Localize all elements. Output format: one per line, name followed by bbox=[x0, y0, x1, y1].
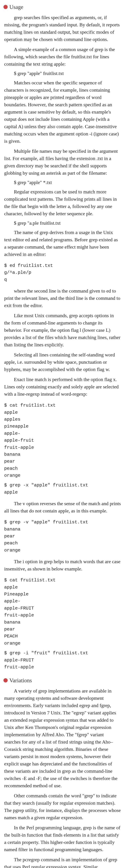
variations-section-header: Variations bbox=[0, 673, 125, 686]
ed-block-l2: g/^a.ple/p bbox=[0, 269, 125, 276]
grep-v-l2: banana bbox=[0, 526, 125, 533]
usage-p6: The name of grep derives from a usage in… bbox=[0, 227, 125, 259]
variations-p1: A variety of grep implementations are av… bbox=[0, 686, 125, 791]
usage-p4: Multiple file names may be specified in … bbox=[0, 146, 125, 178]
cat-block-l11: orange bbox=[0, 472, 125, 479]
cat2-l6: fruit-apple bbox=[0, 612, 125, 619]
usage-p1: grep searches files specified as argumen… bbox=[0, 12, 125, 44]
grep-x-l1: $ grep -x "apple" fruitlist.txt bbox=[0, 482, 125, 489]
cmd-grep-regex: $ grep "a.ple fruitlist.txt bbox=[0, 219, 125, 227]
cat2-l2: apple bbox=[0, 584, 125, 591]
cat-block-l8: banana bbox=[0, 451, 125, 458]
usage-p5: Regular expressions can be used to match… bbox=[0, 187, 125, 219]
cat2-l7: banana bbox=[0, 619, 125, 626]
usage-p11: The v option reverses the sense of the m… bbox=[0, 499, 125, 516]
bullet-icon bbox=[3, 678, 8, 682]
grep-i-l3: fruit-apple bbox=[0, 664, 125, 671]
cat-block-l2: apple bbox=[0, 409, 125, 416]
cmd-grep-apple-glob: $ grep "apple" *.txt bbox=[0, 178, 125, 187]
ed-block-l3: q bbox=[0, 276, 125, 283]
cmd-grep-apple: $ grep "apple" fruitlist.txt bbox=[0, 69, 125, 78]
cat-block-l10: peach bbox=[0, 465, 125, 472]
variations-p2: Other commands contain the word "grep" t… bbox=[0, 791, 125, 823]
usage-p2: A simple example of a common usage of gr… bbox=[0, 44, 125, 69]
variations-title: Variations bbox=[9, 676, 32, 684]
cat-block-l3: apples bbox=[0, 416, 125, 423]
usage-section-header: Usage bbox=[0, 0, 125, 12]
cat2-l4: apple- bbox=[0, 598, 125, 604]
usage-p12: The i option in grep helps to match word… bbox=[0, 557, 125, 574]
cat2-l10: orange bbox=[0, 640, 125, 647]
usage-p3: Matches occur when the specific sequence… bbox=[0, 78, 125, 146]
variations-p3: In the Perl programming language, grep i… bbox=[0, 823, 125, 855]
usage-p9: Selecting all lines containing the self-… bbox=[0, 350, 125, 374]
cat-block-l9: pear bbox=[0, 458, 125, 465]
usage-p8: Like most Unix commands, grep accepts op… bbox=[0, 311, 125, 350]
grep-i-l1: $ grep -i "fruit" fruitlist.txt bbox=[0, 650, 125, 656]
grep-v-l1: $ grep -v "apple" fruitlist.txt bbox=[0, 519, 125, 526]
grep-x-l2: apple bbox=[0, 489, 125, 496]
cat2-l3: Pineapple bbox=[0, 591, 125, 598]
bullet-icon bbox=[3, 5, 8, 9]
usage-title: Usage bbox=[9, 3, 23, 11]
grep-v-l5: orange bbox=[0, 547, 125, 554]
ed-block-l1: $ ed fruitlist.txt bbox=[0, 262, 125, 269]
cat-block-l5: apple- bbox=[0, 430, 125, 437]
usage-p7: where the second line is the command giv… bbox=[0, 286, 125, 311]
cat2-l5: apple-FRUIT bbox=[0, 605, 125, 612]
grep-v-l4: peach bbox=[0, 540, 125, 547]
usage-p10: Exact line match is performed with the o… bbox=[0, 374, 125, 399]
grep-i-l2: apple-FRUIT bbox=[0, 657, 125, 664]
grep-v-l3: pear bbox=[0, 533, 125, 540]
variations-p4: The pcregrep command is an implementatio… bbox=[0, 855, 125, 868]
cat-block-l7: fruit-apple bbox=[0, 444, 125, 451]
cat-block-l4: pineapple bbox=[0, 423, 125, 430]
cat2-l9: PEACH bbox=[0, 633, 125, 640]
cat2-l8: pear bbox=[0, 626, 125, 633]
cat2-l1: $ cat fruitlist.txt bbox=[0, 577, 125, 584]
cat-block-l6: apple-fruit bbox=[0, 437, 125, 444]
cat-block-l1: $ cat fruitlist.txt bbox=[0, 402, 125, 409]
